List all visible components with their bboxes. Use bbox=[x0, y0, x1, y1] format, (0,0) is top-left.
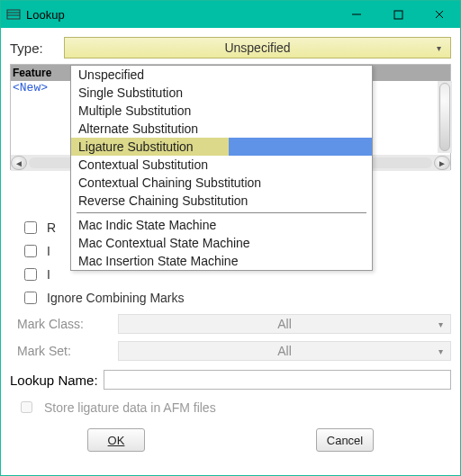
vertical-scrollbar[interactable] bbox=[438, 81, 452, 153]
scroll-left-icon[interactable]: ◄ bbox=[11, 156, 27, 170]
mark-set-select[interactable]: All ▾ bbox=[118, 341, 451, 361]
type-label: Type: bbox=[10, 40, 64, 56]
type-option-ligature-sub[interactable]: Ligature Substitution bbox=[71, 138, 372, 156]
type-option-alternate-sub[interactable]: Alternate Substitution bbox=[71, 120, 372, 138]
mark-set-label: Mark Set: bbox=[10, 344, 118, 358]
cancel-button[interactable]: Cancel bbox=[316, 428, 374, 452]
check-rtl-label: R bbox=[47, 220, 56, 235]
dropdown-separator bbox=[77, 212, 366, 213]
afm-row: Store ligature data in AFM files bbox=[17, 399, 451, 416]
checkbox-ignore-lig[interactable] bbox=[24, 268, 37, 281]
check-ignore-marks-label: Ignore Combining Marks bbox=[47, 291, 185, 305]
type-option-mac-contextual[interactable]: Mac Contextual State Machine bbox=[71, 234, 372, 252]
cancel-label: Cancel bbox=[327, 434, 363, 447]
type-option-contextual-sub[interactable]: Contextual Substitution bbox=[71, 156, 372, 174]
type-option-mac-insertion[interactable]: Mac Insertion State Machine bbox=[71, 252, 372, 270]
type-option-contextual-chain-sub[interactable]: Contextual Chaining Substitution bbox=[71, 174, 372, 192]
svg-rect-4 bbox=[394, 11, 402, 19]
mark-class-row: Mark Class: All ▾ bbox=[10, 314, 451, 334]
button-row: OK Cancel bbox=[10, 425, 451, 457]
minimize-button[interactable] bbox=[336, 1, 377, 28]
afm-checkbox bbox=[21, 401, 32, 413]
lookup-name-label: Lookup Name: bbox=[10, 373, 104, 388]
svg-rect-0 bbox=[7, 10, 20, 19]
type-option-multiple-sub[interactable]: Multiple Substitution bbox=[71, 102, 372, 120]
mark-class-select[interactable]: All ▾ bbox=[118, 314, 451, 334]
mark-set-row: Mark Set: All ▾ bbox=[10, 341, 451, 361]
type-row: Type: Unspecified ▾ bbox=[10, 37, 451, 58]
chevron-down-icon: ▾ bbox=[438, 346, 443, 356]
titlebar: Lookup bbox=[1, 1, 460, 28]
checkbox-rtl[interactable] bbox=[24, 221, 37, 234]
type-option-unspecified[interactable]: Unspecified bbox=[71, 66, 372, 84]
ok-label: OK bbox=[108, 434, 125, 447]
mark-class-value: All bbox=[277, 317, 292, 331]
mark-class-label: Mark Class: bbox=[10, 317, 118, 331]
type-dropdown-list[interactable]: Unspecified Single Substitution Multiple… bbox=[70, 65, 373, 271]
type-select[interactable]: Unspecified ▾ bbox=[64, 37, 451, 58]
type-option-single-sub[interactable]: Single Substitution bbox=[71, 84, 372, 102]
window-title: Lookup bbox=[26, 8, 65, 22]
vscroll-thumb[interactable] bbox=[439, 83, 450, 151]
check-ignore-lig-label: I bbox=[47, 267, 50, 282]
mark-set-value: All bbox=[277, 344, 292, 358]
check-ignore-marks[interactable]: Ignore Combining Marks bbox=[21, 289, 451, 307]
chevron-down-icon: ▾ bbox=[438, 319, 443, 329]
app-icon bbox=[6, 7, 21, 22]
check-ignore-base-label: I bbox=[47, 244, 50, 258]
chevron-down-icon: ▾ bbox=[437, 43, 441, 53]
type-option-reverse-chain-sub[interactable]: Reverse Chaining Substitution bbox=[71, 192, 372, 210]
lookup-name-input[interactable] bbox=[104, 370, 451, 390]
lookup-name-row: Lookup Name: bbox=[10, 370, 451, 390]
checkbox-ignore-marks[interactable] bbox=[24, 292, 37, 304]
ok-button[interactable]: OK bbox=[87, 428, 145, 452]
type-option-mac-indic[interactable]: Mac Indic State Machine bbox=[71, 216, 372, 234]
type-select-value: Unspecified bbox=[224, 40, 290, 55]
scroll-right-icon[interactable]: ► bbox=[434, 156, 450, 170]
close-button[interactable] bbox=[419, 1, 460, 28]
checkbox-ignore-base[interactable] bbox=[24, 245, 37, 257]
afm-label: Store ligature data in AFM files bbox=[44, 400, 216, 415]
maximize-button[interactable] bbox=[377, 1, 419, 28]
